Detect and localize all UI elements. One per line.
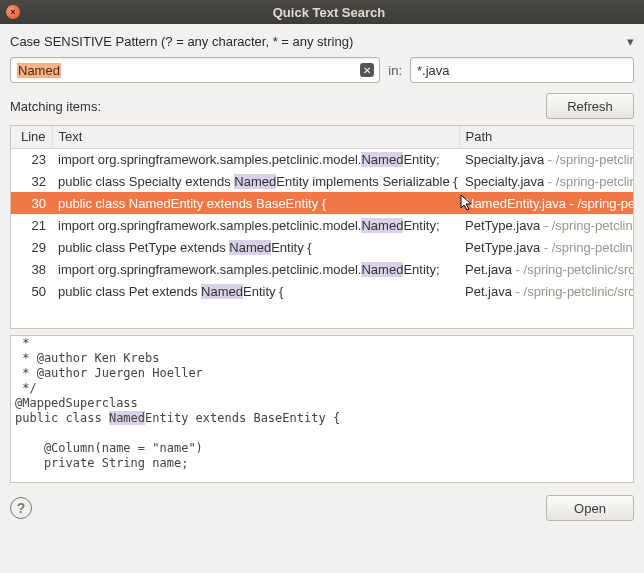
matching-items-label: Matching items:: [10, 99, 546, 114]
row-line: 29: [11, 236, 52, 258]
table-row[interactable]: 21import org.springframework.samples.pet…: [11, 214, 633, 236]
search-input[interactable]: Named ✕: [10, 57, 380, 83]
row-line: 32: [11, 170, 52, 192]
column-header-text[interactable]: Text: [52, 126, 459, 148]
column-header-line[interactable]: Line: [11, 126, 52, 148]
row-path: PetType.java - /spring-petclinic/: [459, 236, 633, 258]
search-input-value: Named: [17, 63, 61, 78]
row-text: import org.springframework.samples.petcl…: [52, 148, 459, 170]
row-text: public class PetType extends NamedEntity…: [52, 236, 459, 258]
chevron-down-icon[interactable]: ▾: [627, 34, 634, 49]
row-text: public class Pet extends NamedEntity {: [52, 280, 459, 302]
row-path: Specialty.java - /spring-petclinic/: [459, 170, 633, 192]
row-text: public class Specialty extends NamedEnti…: [52, 170, 459, 192]
row-line: 38: [11, 258, 52, 280]
row-text: public class NamedEntity extends BaseEnt…: [52, 192, 459, 214]
row-path: PetType.java - /spring-petclinic/: [459, 214, 633, 236]
in-label: in:: [388, 63, 402, 78]
extension-input[interactable]: *.java: [410, 57, 634, 83]
pattern-label: Case SENSITIVE Pattern (? = any characte…: [10, 34, 353, 49]
titlebar: × Quick Text Search: [0, 0, 644, 24]
pattern-label-row: Case SENSITIVE Pattern (? = any characte…: [10, 32, 634, 51]
table-row[interactable]: 30public class NamedEntity extends BaseE…: [11, 192, 633, 214]
clear-icon[interactable]: ✕: [360, 63, 374, 77]
row-path: Specialty.java - /spring-petclinic/: [459, 148, 633, 170]
code-preview: * * @author Ken Krebs * @author Juergen …: [10, 335, 634, 483]
help-icon[interactable]: ?: [10, 497, 32, 519]
row-line: 21: [11, 214, 52, 236]
table-row[interactable]: 23import org.springframework.samples.pet…: [11, 148, 633, 170]
refresh-button[interactable]: Refresh: [546, 93, 634, 119]
close-icon[interactable]: ×: [6, 5, 20, 19]
row-path: Pet.java - /spring-petclinic/src/m: [459, 280, 633, 302]
row-path: NamedEntity.java - /spring-petcl: [459, 192, 633, 214]
row-text: import org.springframework.samples.petcl…: [52, 214, 459, 236]
window-title: Quick Text Search: [20, 5, 638, 20]
quick-text-search-dialog: × Quick Text Search Case SENSITIVE Patte…: [0, 0, 644, 573]
results-table: Line Text Path 23import org.springframew…: [10, 125, 634, 329]
row-line: 23: [11, 148, 52, 170]
row-line: 50: [11, 280, 52, 302]
row-path: Pet.java - /spring-petclinic/src/m: [459, 258, 633, 280]
column-header-path[interactable]: Path: [459, 126, 633, 148]
table-row[interactable]: 32public class Specialty extends NamedEn…: [11, 170, 633, 192]
row-line: 30: [11, 192, 52, 214]
table-row[interactable]: 50public class Pet extends NamedEntity {…: [11, 280, 633, 302]
row-text: import org.springframework.samples.petcl…: [52, 258, 459, 280]
table-row[interactable]: 29public class PetType extends NamedEnti…: [11, 236, 633, 258]
extension-input-value: *.java: [417, 63, 450, 78]
open-button[interactable]: Open: [546, 495, 634, 521]
table-row[interactable]: 38import org.springframework.samples.pet…: [11, 258, 633, 280]
